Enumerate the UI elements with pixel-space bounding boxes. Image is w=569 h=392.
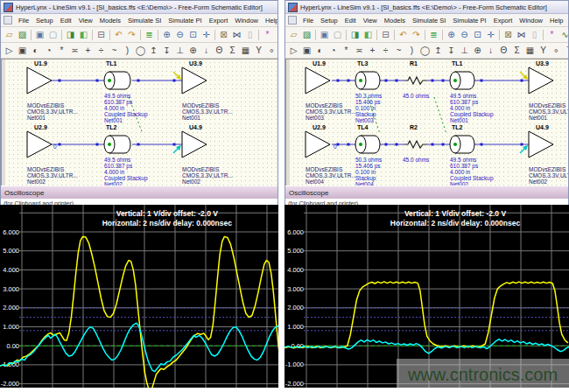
waveform-icon[interactable]: ∿ bbox=[559, 29, 568, 40]
ground-tool-icon[interactable]: ⊥ bbox=[459, 45, 470, 56]
text-tool-icon[interactable]: T bbox=[564, 45, 568, 56]
part-u2-9[interactable]: U2.9MODvsEZIBISCMOS,3.3V,ULTR...Net002 bbox=[27, 124, 78, 185]
zoom-in-icon[interactable]: ⊕ bbox=[446, 29, 457, 40]
open-file-icon[interactable]: ▨ bbox=[17, 29, 28, 40]
right-oscilloscope[interactable]: 6.0005.0004.0003.0002.0001.0000.00-1.000… bbox=[284, 205, 569, 388]
menu-item-window[interactable]: Window bbox=[516, 17, 546, 24]
zoom-fit-icon[interactable]: ⊡ bbox=[187, 29, 199, 40]
print-icon[interactable]: ⊟ bbox=[95, 29, 107, 40]
wire-node[interactable] bbox=[337, 80, 340, 82]
right-titlebar[interactable]: HyperLynx - LineSim v9.1 - [SI_basics.ff… bbox=[285, 1, 568, 14]
arrow-down-icon[interactable]: ↓ bbox=[485, 45, 496, 56]
export-icon[interactable]: ◧ bbox=[78, 29, 89, 40]
menu-item-edit[interactable]: Edit bbox=[341, 17, 360, 24]
menu-item-help[interactable]: Help bbox=[546, 17, 566, 24]
wire-node[interactable] bbox=[96, 80, 99, 82]
receiver-symbol[interactable] bbox=[182, 67, 207, 94]
select-tool-icon[interactable]: ▣ bbox=[301, 45, 313, 56]
wire-node[interactable] bbox=[59, 80, 61, 82]
stackup-editor-icon[interactable]: ≣ bbox=[144, 29, 155, 40]
menu-item-view[interactable]: View bbox=[75, 17, 96, 24]
resistor-symbol[interactable] bbox=[404, 77, 427, 84]
menu-item-setup[interactable]: Setup bbox=[317, 17, 341, 24]
select-tool-icon[interactable]: ▣ bbox=[17, 45, 28, 56]
driver-symbol[interactable] bbox=[27, 67, 52, 94]
close-file-icon[interactable]: ▢ bbox=[332, 29, 343, 40]
wire-node[interactable] bbox=[385, 80, 388, 82]
wire-node[interactable] bbox=[432, 144, 434, 146]
receiver-symbol[interactable] bbox=[529, 67, 553, 94]
wire-node[interactable] bbox=[442, 144, 445, 146]
y-junction-icon[interactable]: Y bbox=[253, 45, 264, 56]
wire-node[interactable] bbox=[59, 144, 61, 146]
stackup-editor-icon[interactable]: ≣ bbox=[428, 29, 439, 40]
wire-node[interactable] bbox=[348, 144, 350, 146]
arc-wire-icon[interactable]: ~ bbox=[109, 45, 120, 56]
stub-tool-icon[interactable]: ÷ bbox=[95, 45, 107, 56]
menu-item-window[interactable]: Window bbox=[231, 17, 262, 24]
ferrite-tool-icon[interactable]: ⊕ bbox=[472, 45, 483, 56]
new-file-icon[interactable]: ▱ bbox=[4, 29, 15, 40]
wire-node[interactable] bbox=[396, 80, 398, 82]
ground-tool-icon[interactable]: ⊥ bbox=[174, 45, 186, 56]
bend-wire-icon[interactable]: ) bbox=[122, 45, 133, 56]
right-schematic-canvas[interactable]: 0U1.9MODvsEZIBISCMOS,3.3V,ULTR...Net003T… bbox=[285, 59, 568, 186]
left-oscilloscope[interactable]: 6.0005.0004.0003.0002.0001.0000.00-1.000… bbox=[0, 205, 278, 388]
part-u2-9[interactable]: U2.9MODvsEZIBISCMOS,3.3V,ULTR...Net004 bbox=[306, 124, 356, 185]
ellipse-tool-icon[interactable]: ◯ bbox=[135, 45, 146, 56]
zoom-fit-icon[interactable]: ⊡ bbox=[472, 29, 483, 40]
redo-icon[interactable]: ↷ bbox=[411, 29, 422, 40]
probe-tool-icon[interactable]: ≍ bbox=[69, 45, 81, 56]
save-file-icon[interactable]: ▣ bbox=[319, 29, 330, 40]
pan-icon[interactable]: ✛ bbox=[200, 29, 212, 40]
via-tool-icon[interactable]: + bbox=[367, 45, 378, 56]
part-r2[interactable]: R245.0 ohms bbox=[403, 124, 430, 163]
probe-tool-icon[interactable]: ≍ bbox=[354, 45, 365, 56]
part-tl1[interactable]: TL149.5 ohms610.387 ps4.000 inCoupled St… bbox=[104, 60, 148, 123]
part-u3-9[interactable]: U3.9MODvsEZIBISCMOS,3.3V,ULTRNet001 bbox=[520, 60, 569, 121]
y-junction-icon[interactable]: Y bbox=[537, 45, 549, 56]
coupled-region-icon[interactable]: ▦ bbox=[240, 45, 251, 56]
menu-item-models[interactable]: Models bbox=[381, 17, 409, 24]
new-file-icon[interactable]: ▱ bbox=[288, 29, 299, 40]
net-browse-icon[interactable]: ⋈ bbox=[231, 29, 242, 40]
wire-node[interactable] bbox=[521, 80, 523, 82]
menu-item-setup[interactable]: Setup bbox=[32, 17, 57, 24]
stub-down-icon[interactable]: ↧ bbox=[161, 45, 172, 56]
part-u1-9[interactable]: U1.9MODvsEZIBISCMOS,3.3V,ULTR...Net003 bbox=[306, 60, 356, 121]
theta-tool-icon[interactable]: Θ bbox=[214, 45, 225, 56]
stub-up-icon[interactable]: ↥ bbox=[432, 45, 444, 56]
driver-symbol[interactable] bbox=[306, 67, 330, 94]
left-schematic-canvas[interactable]: 0U1.9MODvsEZIBISCMOS,3.3V,ULTR...Net001T… bbox=[1, 59, 277, 186]
wire-node[interactable] bbox=[137, 144, 140, 146]
wizard-icon[interactable]: * bbox=[262, 29, 273, 40]
coupled-region-icon[interactable]: ▦ bbox=[524, 45, 536, 56]
net-browse-icon[interactable]: ⋈ bbox=[516, 29, 527, 40]
menu-item-simulate-pi[interactable]: Simulate PI bbox=[449, 17, 489, 24]
menu-item-export[interactable]: Export bbox=[490, 17, 516, 24]
undo-icon[interactable]: ↶ bbox=[113, 29, 124, 40]
pan-icon[interactable]: ✛ bbox=[485, 29, 496, 40]
new-sheet-icon[interactable]: ▯ bbox=[244, 29, 256, 40]
part-tl4[interactable]: TL450.3 ohms15.406 ps0.100 inStackupNet0… bbox=[355, 124, 383, 186]
ellipse-tool-icon[interactable]: ◯ bbox=[419, 45, 431, 56]
part-tl2[interactable]: TL249.5 ohms610.387 ps4.000 inCoupled St… bbox=[450, 124, 494, 186]
open-file-icon[interactable]: ▨ bbox=[301, 29, 313, 40]
oscillator-tool-icon[interactable]: * bbox=[56, 45, 67, 56]
part-tl1[interactable]: TL149.5 ohms610.387 ps4.000 inCoupled St… bbox=[450, 60, 494, 123]
arrow-down-icon[interactable]: ↓ bbox=[200, 45, 212, 56]
zoom-in-icon[interactable]: ⊕ bbox=[161, 29, 172, 40]
menu-item-help[interactable]: Help bbox=[262, 17, 277, 24]
import-icon[interactable]: ◨ bbox=[65, 29, 76, 40]
import-icon[interactable]: ◨ bbox=[349, 29, 361, 40]
part-u3-9[interactable]: U3.9MODvsEZIBISCMOS,3.3V,ULTR...Net001 bbox=[173, 60, 233, 121]
part-r1[interactable]: R145.0 ohms bbox=[403, 60, 430, 99]
oscillator-tool-icon[interactable]: * bbox=[341, 45, 352, 56]
resistor-symbol[interactable] bbox=[404, 141, 427, 148]
wire-node[interactable] bbox=[442, 80, 445, 82]
stub-tool-icon[interactable]: ÷ bbox=[380, 45, 391, 56]
sigma-tool-icon[interactable]: Σ bbox=[511, 45, 523, 56]
wire-node[interactable] bbox=[173, 144, 176, 146]
stub-up-icon[interactable]: ↥ bbox=[148, 45, 159, 56]
wire-node[interactable] bbox=[337, 144, 340, 146]
